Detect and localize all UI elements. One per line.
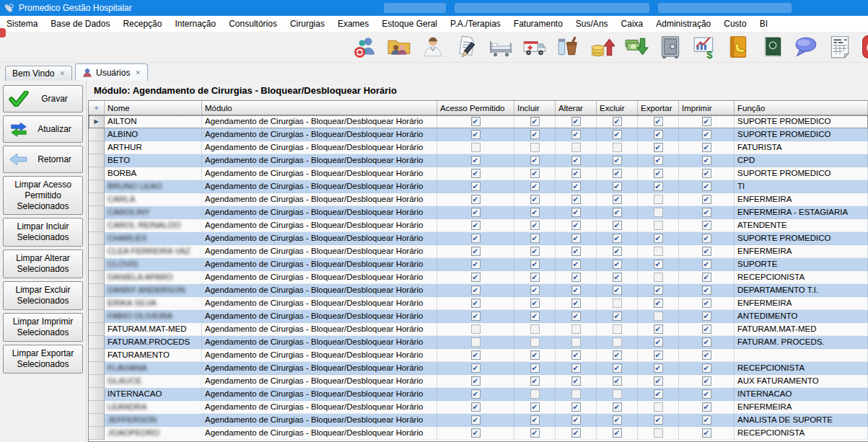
checkbox-excluir[interactable]: ✔ [613,247,622,256]
checkbox-alterar[interactable]: ✔ [571,117,581,126]
table-row[interactable]: BETOAgendamento de Cirurgias - Bloquear/… [89,154,868,167]
cell-funcao[interactable]: ANTEDIMENTO [735,310,868,323]
row-indicator-cell[interactable] [89,193,105,206]
cell-nome[interactable]: LEANDRA [105,401,202,414]
cell-funcao[interactable]: SUPORTE [735,258,868,271]
checkbox-alterar[interactable]: ✔ [571,273,581,282]
cell-funcao[interactable]: ENFERMEIRA [735,193,868,206]
checkbox-excluir[interactable]: ✔ [613,428,622,438]
table-row[interactable]: FATURAMENTOAgendamento de Cirurgias - Bl… [89,349,868,362]
menu-item-p-a-terapias[interactable]: P.A./Terapias [444,16,507,32]
toolbar-phonebook-icon[interactable] [724,33,752,61]
checkbox-exportar[interactable]: ✔ [654,234,663,243]
cell-funcao[interactable]: AUX FATURAMENTO [735,375,868,388]
checkbox-incluir[interactable]: ✔ [530,130,540,139]
checkbox-excluir[interactable]: ✔ [613,221,622,230]
cell-funcao[interactable]: ENFERMEIRA [735,245,868,258]
cell-nome[interactable]: FATURAM.PROCEDS [105,336,202,349]
checkbox-incluir[interactable]: ✔ [530,363,540,373]
menu-item-faturamento[interactable]: Faturamento [507,16,569,32]
cell-funcao[interactable]: DEPARTAMENTO T.I. [735,284,868,297]
toolbar-pharmacy-icon[interactable] [555,33,582,61]
menu-item-administra-o[interactable]: Administração [649,16,717,32]
checkbox-excluir[interactable]: ✔ [613,182,622,191]
checkbox-imprimir[interactable]: ✔ [702,286,711,295]
row-indicator-cell[interactable] [89,206,105,219]
toolbar-hospital-bed-icon[interactable] [487,33,514,61]
cell-nome[interactable]: JEFFERSON [105,414,202,427]
checkbox-acesso-permitido[interactable]: ✔ [471,169,481,178]
menu-item-bi[interactable]: BI [753,16,774,32]
checkbox-alterar[interactable] [571,389,581,399]
table-row[interactable]: BRUNO LEAOAgendamento de Cirurgias - Blo… [89,180,868,193]
row-indicator-cell[interactable] [89,310,105,323]
gravar-button[interactable]: Gravar [3,85,83,112]
row-indicator-cell[interactable] [89,167,105,180]
cell-nome[interactable]: BETO [105,154,202,167]
cell-nome[interactable]: FATURAM.MAT-MED [105,323,202,336]
row-indicator-cell[interactable] [89,258,105,271]
limpar-exportar-selecionados-button[interactable]: Limpar Exportar Selecionados [3,345,83,374]
row-indicator-cell[interactable] [89,232,105,245]
row-indicator-cell[interactable] [89,297,105,310]
cell-funcao[interactable]: FATURISTA [735,141,868,154]
row-indicator-cell[interactable] [89,141,105,154]
cell-modulo[interactable]: Agendamento de Cirurgias - Bloquear/Desb… [202,128,437,141]
cell-nome[interactable]: ARTHUR [105,141,202,154]
row-indicator-cell[interactable] [89,388,105,401]
limpar-imprimir-selecionados-button[interactable]: Limpar Imprimir Selecionados [3,313,83,342]
checkbox-excluir[interactable]: ✔ [613,415,622,425]
checkbox-imprimir[interactable]: ✔ [702,415,711,425]
checkbox-incluir[interactable]: ✔ [530,117,540,126]
cell-nome[interactable]: BORBA [105,167,202,180]
column-header-alterar[interactable]: Alterar [556,101,597,115]
cell-funcao[interactable]: SUPORTE PROMEDICO [735,115,868,128]
checkbox-imprimir[interactable]: ✔ [702,273,711,282]
checkbox-acesso-permitido[interactable]: ✔ [471,117,481,126]
row-indicator-cell[interactable] [89,427,105,440]
checkbox-imprimir[interactable]: ✔ [702,221,711,230]
checkbox-imprimir[interactable]: ✔ [702,234,711,243]
checkbox-imprimir[interactable]: ✔ [702,169,711,178]
checkbox-alterar[interactable]: ✔ [571,299,581,308]
table-row[interactable]: ARTHURAgendamento de Cirurgias - Bloquea… [89,141,868,154]
cell-modulo[interactable]: Agendamento de Cirurgias - Bloquear/Desb… [202,310,437,323]
cell-funcao[interactable]: RECEPCIONISTA [735,362,868,375]
table-row[interactable]: JOAOPEDROAgendamento de Cirurgias - Bloq… [89,427,868,440]
checkbox-acesso-permitido[interactable]: ✔ [471,428,481,438]
column-header-incluir[interactable]: Incluir [514,101,556,115]
checkbox-alterar[interactable]: ✔ [571,350,581,360]
table-row[interactable]: CLOVISAgendamento de Cirurgias - Bloquea… [89,258,868,271]
cell-funcao[interactable]: ENFERMEIRA [735,401,868,414]
menu-item-interna-o[interactable]: Internação [168,16,222,32]
row-indicator-cell[interactable] [89,375,105,388]
checkbox-exportar[interactable]: ✔ [654,260,663,269]
checkbox-excluir[interactable] [613,299,622,308]
column-header-exportar[interactable]: Exportar [638,101,679,115]
toolbar-sync-users-icon[interactable] [351,33,379,61]
cell-modulo[interactable]: Agendamento de Cirurgias - Bloquear/Desb… [202,375,437,388]
cell-modulo[interactable]: Agendamento de Cirurgias - Bloquear/Desb… [202,232,437,245]
table-row[interactable]: DANIELA APAROAgendamento de Cirurgias - … [89,271,868,284]
checkbox-alterar[interactable]: ✔ [571,221,581,230]
table-row[interactable]: DANNY ANDERSONAgendamento de Cirurgias -… [89,284,868,297]
toolbar-doctor-icon[interactable] [419,33,447,61]
checkbox-imprimir[interactable]: ✔ [702,337,711,347]
checkbox-exportar[interactable]: ✔ [654,182,663,191]
cell-modulo[interactable]: Agendamento de Cirurgias - Bloquear/Desb… [202,401,437,414]
checkbox-acesso-permitido[interactable]: ✔ [471,363,481,373]
checkbox-excluir[interactable]: ✔ [613,169,622,178]
checkbox-excluir[interactable]: ✔ [613,350,622,360]
checkbox-acesso-permitido[interactable]: ✔ [471,247,481,256]
checkbox-incluir[interactable]: ✔ [530,221,540,230]
cell-modulo[interactable]: Agendamento de Cirurgias - Bloquear/Desb… [202,323,437,336]
menu-item-recep-o[interactable]: Recepção [116,16,168,32]
checkbox-alterar[interactable]: ✔ [571,286,581,295]
row-indicator-cell[interactable] [89,219,105,232]
cell-nome[interactable]: BRUNO LEAO [105,180,202,193]
limpar-excluir-selecionados-button[interactable]: Limpar Excluir Selecionados [3,281,83,310]
checkbox-excluir[interactable]: ✔ [613,208,622,217]
checkbox-imprimir[interactable]: ✔ [702,208,711,217]
checkbox-imprimir[interactable]: ✔ [702,299,711,308]
cell-modulo[interactable]: Agendamento de Cirurgias - Bloquear/Desb… [202,154,437,167]
